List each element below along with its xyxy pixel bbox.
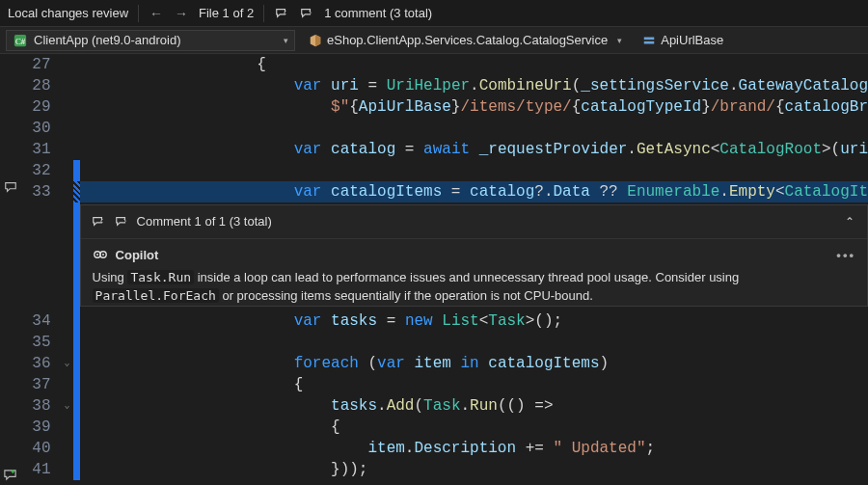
line-numbers: 27 28 29 30 31 32 33 34 35 36 37 38 39 4… <box>21 54 61 485</box>
copilot-icon <box>93 248 108 263</box>
code-line <box>80 118 868 139</box>
prev-comment-icon[interactable] <box>274 6 289 21</box>
field-icon <box>641 33 657 48</box>
chevron-down-icon: ▾ <box>617 36 622 45</box>
code-editor[interactable]: 27 28 29 30 31 32 33 34 35 36 37 38 39 4… <box>0 54 868 485</box>
next-comment-icon[interactable] <box>299 6 314 21</box>
code-line-highlighted: var catalogItems = catalog?.Data ?? Enum… <box>80 181 868 202</box>
svg-text:C#: C# <box>15 36 26 45</box>
project-selector[interactable]: C# ClientApp (net9.0-android) ▾ <box>6 30 295 51</box>
collapse-comment-icon[interactable]: ⌃ <box>842 214 857 229</box>
comment-glyph-icon[interactable] <box>4 177 17 198</box>
code-line: })); <box>80 459 868 480</box>
code-line: $"{ApiUrlBase}/items/type/{catalogTypeId… <box>80 96 868 118</box>
separator <box>138 5 139 22</box>
chevron-down-icon: ▾ <box>284 36 288 45</box>
code-line: { <box>80 374 868 395</box>
fold-toggle[interactable]: ⌄ <box>61 353 74 374</box>
review-toolbar: Local changes review ← → File 1 of 2 1 c… <box>0 0 868 27</box>
comment-body: Using Task.Run inside a loop can lead to… <box>93 269 855 306</box>
breadcrumb-bar: C# ClientApp (net9.0-android) ▾ eShop.Cl… <box>0 27 868 54</box>
comments-summary: 1 comment (3 total) <box>324 6 432 20</box>
next-comment-icon[interactable] <box>114 214 129 229</box>
code-line: { <box>80 417 868 438</box>
inline-comment-panel: Comment 1 of 1 (3 total) ⌃ Copilot ••• U… <box>80 204 868 307</box>
code-line: tasks.Add(Task.Run(() => <box>80 395 868 417</box>
member-name: ApiUrlBase <box>661 33 723 47</box>
comment-counter: Comment 1 of 1 (3 total) <box>137 211 272 232</box>
comment-author: Copilot <box>116 247 159 265</box>
fold-toggle[interactable]: ⌄ <box>61 395 74 417</box>
svg-rect-3 <box>644 40 655 43</box>
member-crumb[interactable]: ApiUrlBase <box>635 30 730 51</box>
project-name: ClientApp (net9.0-android) <box>34 33 180 47</box>
code-area[interactable]: { var uri = UriHelper.CombineUri(_settin… <box>80 54 868 485</box>
code-line: var uri = UriHelper.CombineUri(_settings… <box>80 75 868 96</box>
add-comment-icon[interactable] <box>3 465 17 485</box>
svg-point-6 <box>96 254 98 256</box>
review-title: Local changes review <box>8 6 128 20</box>
code-line <box>80 160 868 181</box>
prev-comment-icon[interactable] <box>91 214 106 229</box>
csharp-project-icon: C# <box>13 33 28 48</box>
glyph-margin <box>0 54 21 485</box>
svg-point-7 <box>102 254 104 256</box>
file-counter: File 1 of 2 <box>199 6 254 20</box>
code-line: foreach (var item in catalogItems) <box>80 353 868 374</box>
next-file-button[interactable]: → <box>174 6 189 21</box>
class-crumb[interactable]: eShop.ClientApp.Services.Catalog.Catalog… <box>301 30 629 51</box>
code-line: var catalog = await _requestProvider.Get… <box>80 139 868 160</box>
comment-more-icon[interactable]: ••• <box>836 247 855 265</box>
code-line: item.Description += " Updated"; <box>80 438 868 459</box>
class-path: eShop.ClientApp.Services.Catalog.Catalog… <box>327 33 608 47</box>
code-line: { <box>80 54 868 75</box>
svg-rect-2 <box>644 37 655 40</box>
fold-gutter: ⌄ ⌄ <box>61 54 74 485</box>
code-line: var tasks = new List<Task>(); <box>80 310 868 332</box>
prev-file-button[interactable]: ← <box>149 6 164 21</box>
separator <box>263 5 264 22</box>
class-icon <box>308 33 323 48</box>
code-line <box>80 332 868 353</box>
